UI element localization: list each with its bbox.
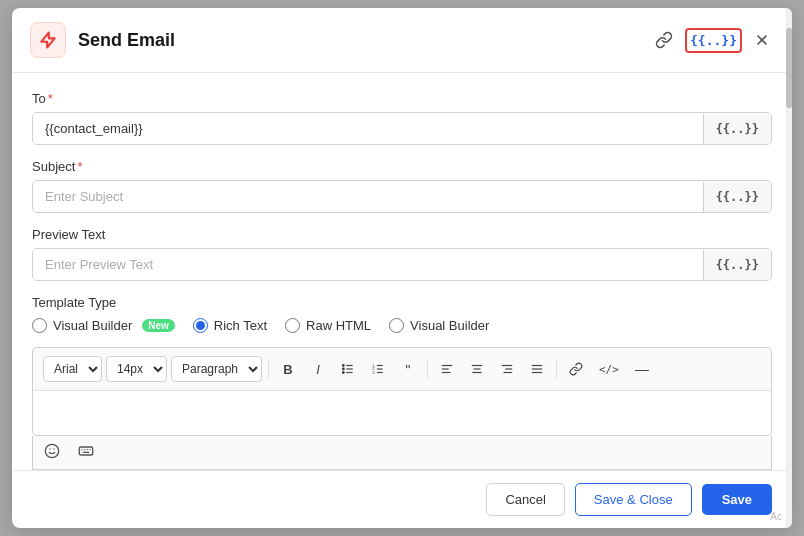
editor-bottom-toolbar — [32, 436, 772, 470]
template-variable-button[interactable]: {{..}} — [685, 28, 742, 53]
template-type-label: Template Type — [32, 295, 772, 310]
align-left-button[interactable] — [434, 358, 460, 380]
save-button[interactable]: Save — [702, 484, 772, 515]
modal-footer: Cancel Save & Close Save — [12, 470, 792, 528]
preview-label: Preview Text — [32, 227, 772, 242]
radio-visual-builder-input[interactable] — [32, 318, 47, 333]
radio-visual-builder-label: Visual Builder — [53, 318, 132, 333]
svg-text:3.: 3. — [372, 370, 375, 375]
subject-input-row: {{..}} — [32, 180, 772, 213]
editor-emoji-button[interactable] — [39, 440, 65, 465]
modal-overlay: Send Email {{..}} — [0, 0, 804, 536]
send-email-modal: Send Email {{..}} — [12, 8, 792, 528]
svg-point-7 — [342, 372, 344, 374]
editor-keyboard-button[interactable] — [73, 440, 99, 465]
unordered-list-button[interactable] — [335, 358, 361, 380]
subject-template-btn[interactable]: {{..}} — [703, 182, 771, 212]
editor-toolbar: Arial 14px Paragraph B I 1.2.3. — [32, 347, 772, 391]
preview-template-btn[interactable]: {{..}} — [703, 250, 771, 280]
radio-raw-html-input[interactable] — [285, 318, 300, 333]
to-field-group: To* {{..}} — [32, 91, 772, 145]
scrollbar-thumb[interactable] — [786, 28, 792, 108]
save-close-button[interactable]: Save & Close — [575, 483, 692, 516]
ordered-list-button[interactable]: 1.2.3. — [365, 358, 391, 380]
to-input[interactable] — [33, 113, 703, 144]
radio-raw-html[interactable]: Raw HTML — [285, 318, 371, 333]
radio-visual-builder2[interactable]: Visual Builder — [389, 318, 489, 333]
font-size-select[interactable]: 14px — [106, 356, 167, 382]
toolbar-sep-1 — [268, 360, 269, 378]
to-input-row: {{..}} — [32, 112, 772, 145]
toolbar-sep-2 — [427, 360, 428, 378]
subject-required: * — [77, 159, 82, 174]
radio-rich-text-label: Rich Text — [214, 318, 267, 333]
modal-title: Send Email — [78, 30, 639, 51]
svg-point-26 — [45, 444, 58, 457]
template-type-radio-group: Visual Builder New Rich Text Raw HTML Vi… — [32, 318, 772, 333]
watermark: Ac — [770, 511, 782, 522]
paragraph-select[interactable]: Paragraph — [171, 356, 262, 382]
radio-rich-text[interactable]: Rich Text — [193, 318, 267, 333]
radio-visual-builder2-label: Visual Builder — [410, 318, 489, 333]
modal-header: Send Email {{..}} — [12, 8, 792, 73]
new-badge: New — [142, 319, 175, 332]
to-required: * — [48, 91, 53, 106]
radio-rich-text-input[interactable] — [193, 318, 208, 333]
editor-area[interactable] — [32, 391, 772, 436]
rich-text-editor: Arial 14px Paragraph B I 1.2.3. — [32, 347, 772, 470]
bold-button[interactable]: B — [275, 358, 301, 381]
horizontal-rule-button[interactable]: — — [629, 357, 655, 381]
to-template-btn[interactable]: {{..}} — [703, 114, 771, 144]
close-button[interactable] — [750, 28, 774, 52]
cancel-button[interactable]: Cancel — [486, 483, 564, 516]
preview-input-row: {{..}} — [32, 248, 772, 281]
align-right-button[interactable] — [494, 358, 520, 380]
template-type-section: Template Type Visual Builder New Rich Te… — [32, 295, 772, 333]
link-insert-button[interactable] — [563, 358, 589, 380]
send-email-icon — [30, 22, 66, 58]
radio-raw-html-label: Raw HTML — [306, 318, 371, 333]
link-button[interactable] — [651, 27, 677, 53]
preview-input[interactable] — [33, 249, 703, 280]
header-actions: {{..}} — [651, 27, 774, 53]
subject-label: Subject* — [32, 159, 772, 174]
svg-rect-29 — [79, 447, 92, 455]
align-center-button[interactable] — [464, 358, 490, 380]
to-label: To* — [32, 91, 772, 106]
radio-visual-builder[interactable]: Visual Builder New — [32, 318, 175, 333]
radio-visual-builder2-input[interactable] — [389, 318, 404, 333]
subject-input[interactable] — [33, 181, 703, 212]
svg-point-5 — [342, 365, 344, 367]
subject-field-group: Subject* {{..}} — [32, 159, 772, 213]
code-button[interactable]: </> — [593, 359, 625, 380]
scrollbar-track[interactable] — [786, 8, 792, 528]
modal-body: To* {{..}} Subject* {{..}} — [12, 73, 792, 470]
toolbar-sep-3 — [556, 360, 557, 378]
font-family-select[interactable]: Arial — [43, 356, 102, 382]
blockquote-button[interactable]: " — [395, 357, 421, 382]
align-justify-button[interactable] — [524, 358, 550, 380]
preview-field-group: Preview Text {{..}} — [32, 227, 772, 281]
svg-point-6 — [342, 368, 344, 370]
italic-button[interactable]: I — [305, 358, 331, 381]
